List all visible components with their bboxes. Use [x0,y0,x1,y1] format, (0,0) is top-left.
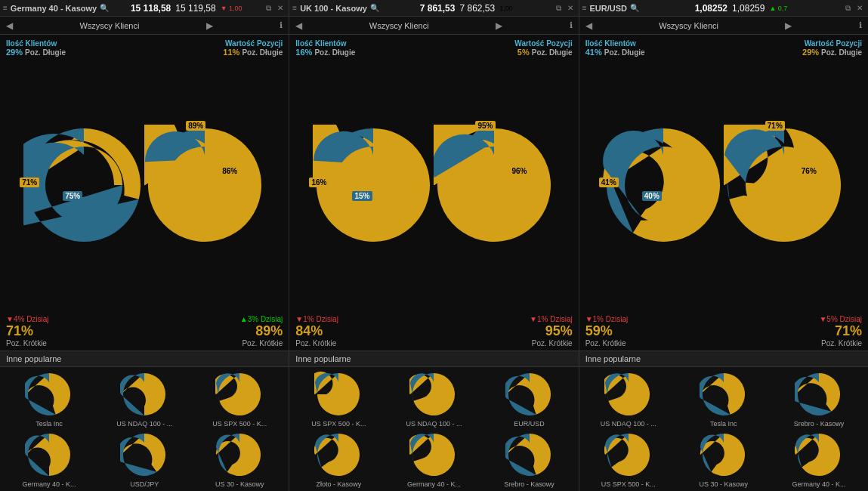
detach-button[interactable]: ⧉ [554,3,564,14]
chart-label-inner-blue: 75% [63,191,82,201]
inne-item[interactable]: US NDAQ 100 - ... [388,370,480,428]
inne-item[interactable]: USD/JPY [98,431,190,488]
mini-donut-chart [505,431,554,479]
nav-prev[interactable]: ◀ [6,20,13,31]
inne-item-label: EUR/USD [514,420,545,428]
nav-prev[interactable]: ◀ [585,20,592,31]
header-prices: 7 861,53 7 862,53 1,00 [420,3,513,14]
panel-nav: ◀ Wszyscy Klienci ▶ ℹ [289,17,578,35]
left-donut: 16%15% [313,125,434,246]
inne-item[interactable]: US SPX 500 - K... [292,370,385,428]
inne-item[interactable]: Złoto - Kasowy [292,431,385,488]
bot-left: ▼1% Dzisiaj 84% Poz. Krótkie [295,315,434,347]
chart-label-outer-gold: 89% [186,121,205,131]
nav-info[interactable]: ℹ [280,20,283,30]
inne-item[interactable]: Srebro - Kasowy [483,431,576,488]
inne-item[interactable]: Tesla Inc [678,370,770,428]
nav-next[interactable]: ▶ [785,20,792,31]
header-controls: ⧉ ✕ [264,3,286,14]
panel-eurusd: ≡ EUR/USD 🔍 1,08252 1,08259 ▲ 0,7 ⧉ ✕ ◀ … [579,0,868,491]
stats-row: Ilość Klientów 16% Poz. Długie Wartość P… [295,39,572,57]
inne-item-label: Srebro - Kasowy [504,480,554,488]
inne-item[interactable]: Tesla Inc [3,370,95,428]
inne-item[interactable]: US NDAQ 100 - ... [98,370,190,428]
bot-left-pct: 59% [585,323,724,339]
panel-header: ≡ Germany 40 - Kasowy 🔍 15 118,58 15 119… [0,0,289,17]
inne-item[interactable]: Germany 40 - K... [3,431,95,488]
right-donut: 95%96% [434,125,554,246]
nav-next[interactable]: ▶ [496,20,502,31]
header-prices: 15 118,58 15 119,58 ▼ 1,00 [131,3,242,14]
inne-header: Inne popularne [579,351,868,367]
inne-item-label: Złoto - Kasowy [317,480,362,488]
search-icon[interactable]: 🔍 [370,4,379,12]
chart-label-outer-blue: 71% [20,178,39,187]
price-change: 1,00 [499,5,513,12]
mini-donut-chart [604,431,653,479]
inne-item[interactable]: US SPX 500 - K... [193,370,286,428]
nav-info[interactable]: ℹ [859,20,862,30]
bottom-stats: ▼1% Dzisiaj 84% Poz. Krótkie ▼1% Dzisiaj… [295,315,572,347]
close-button[interactable]: ✕ [854,3,865,13]
right-donut: 71%76% [724,125,845,246]
mini-donut-chart [25,431,73,479]
nav-title: Wszyscy Klienci [369,21,429,30]
detach-button[interactable]: ⧉ [264,3,273,14]
stat-left-label: Ilość Klientów [585,39,724,48]
inne-item[interactable]: US NDAQ 100 - ... [582,370,675,428]
bot-right-pct: 95% [434,323,573,339]
inne-item[interactable]: Srebro - Kasowy [773,370,865,428]
header-controls: ⧉ ✕ [554,3,576,14]
price-change: ▲ 0,7 [769,5,787,12]
header-left: ≡ UK 100 - Kasowy 🔍 [292,4,379,13]
stat-right-label: Wartość Pozycji [724,39,862,48]
inne-item[interactable]: Germany 40 - K... [388,431,480,488]
inne-item[interactable]: EUR/USD [483,370,576,428]
bot-left-sub: Poz. Krótkie [6,339,144,347]
stat-right: Wartość Pozycji 11% Poz. Długie [144,39,283,57]
price-main: 15 118,58 [131,3,171,14]
nav-prev[interactable]: ◀ [295,20,302,31]
search-icon[interactable]: 🔍 [100,4,109,12]
nav-next[interactable]: ▶ [206,20,213,31]
chart-label-inner-gold: 96% [509,166,529,176]
inne-item[interactable]: US 30 - Kasowy [678,431,770,488]
inne-section: Inne popularneUS NDAQ 100 - ...Tesla Inc… [579,350,868,491]
bottom-stats: ▼1% Dzisiaj 59% Poz. Krótkie ▼5% Dzisiaj… [585,315,862,347]
close-button[interactable]: ✕ [275,3,286,13]
stat-left: Ilość Klientów 29% Poz. Długie [6,39,144,57]
header-left: ≡ EUR/USD 🔍 [582,4,639,13]
inne-item-label: US 30 - Kasowy [215,480,264,488]
bot-left-sub: Poz. Krótkie [585,339,724,347]
chart-label-inner-blue: 40% [642,191,662,201]
bot-left-pct: 84% [295,323,434,339]
inne-grid: US NDAQ 100 - ...Tesla IncSrebro - Kasow… [579,367,868,491]
header-left: ≡ Germany 40 - Kasowy 🔍 [3,4,109,13]
stat-left-label: Ilość Klientów [295,39,434,48]
charts-area: 16%15%95%96% [295,58,572,312]
bot-right-change: ▼1% Dzisiaj [434,315,573,323]
inne-item[interactable]: US 30 - Kasowy [193,431,286,488]
header-title: Germany 40 - Kasowy [11,4,97,13]
stat-left-pct: 29% Poz. Długie [6,48,144,57]
mini-donut-chart [215,431,264,479]
nav-info[interactable]: ℹ [570,20,573,30]
mini-donut-chart [314,431,363,479]
nav-title: Wszyscy Klienci [659,21,718,30]
panel-content: Ilość Klientów 29% Poz. Długie Wartość P… [0,35,289,350]
header-controls: ⧉ ✕ [843,3,865,14]
bot-left: ▼1% Dzisiaj 59% Poz. Krótkie [585,315,724,347]
inne-item[interactable]: Germany 40 - K... [773,431,865,488]
stat-right: Wartość Pozycji 5% Poz. Długie [434,39,573,57]
bot-left-sub: Poz. Krótkie [295,339,434,347]
stat-right-pct: 11% Poz. Długie [144,48,283,57]
inne-item[interactable]: US SPX 500 - K... [582,431,675,488]
detach-button[interactable]: ⧉ [843,3,853,14]
price-alt: 1,08259 [732,3,765,14]
bot-right-sub: Poz. Krótkie [434,339,573,347]
close-button[interactable]: ✕ [565,3,576,13]
search-icon[interactable]: 🔍 [630,4,639,12]
panel-content: Ilość Klientów 16% Poz. Długie Wartość P… [289,35,578,350]
mini-donut-chart [215,370,264,418]
stat-right: Wartość Pozycji 29% Poz. Długie [724,39,862,57]
